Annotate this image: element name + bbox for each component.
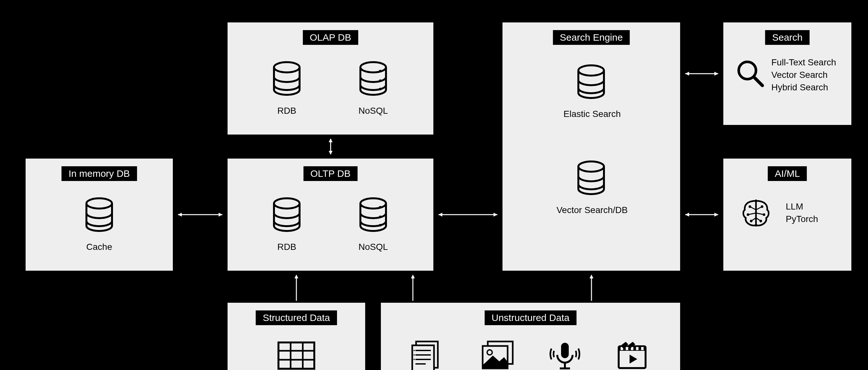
label-olap-nosql: NoSQL	[349, 106, 397, 116]
panel-search-engine: Search Engine Elastic Search Vector Sear…	[502, 22, 680, 271]
title-inmem: In memory DB	[61, 166, 137, 181]
image-icon	[480, 340, 515, 370]
connector-olap-oltp	[326, 135, 335, 159]
svg-point-9	[379, 224, 381, 226]
panel-inmem: In memory DB Cache	[26, 159, 173, 271]
svg-point-5	[274, 198, 300, 208]
svg-point-32	[413, 350, 415, 351]
svg-rect-27	[412, 345, 434, 370]
svg-point-34	[413, 359, 415, 360]
connector-structured-oltp	[291, 271, 301, 303]
svg-rect-38	[561, 343, 569, 358]
label-pytorch: PyTorch	[786, 213, 818, 225]
database-icon	[577, 64, 606, 99]
audio-icon	[549, 340, 581, 370]
svg-rect-21	[278, 342, 314, 369]
document-icon	[410, 340, 440, 370]
svg-point-7	[379, 206, 381, 208]
label-oltp-nosql: NoSQL	[349, 242, 397, 252]
panel-aiml: AI/ML LLM PyTorch	[723, 159, 851, 271]
panel-olap: OLAP DB RDB NoSQL	[227, 22, 433, 135]
svg-point-0	[274, 62, 300, 73]
svg-point-8	[379, 216, 381, 218]
svg-point-11	[578, 65, 604, 76]
svg-point-4	[379, 88, 381, 90]
label-vector: Vector Search	[771, 68, 836, 81]
diagram-canvas: OLAP DB RDB NoSQL OLTP DB	[0, 0, 868, 370]
connector-oltp-search	[433, 210, 502, 220]
connector-unstructured-oltp	[408, 271, 418, 303]
title-aiml: AI/ML	[768, 166, 807, 181]
database-icon	[272, 61, 301, 96]
title-structured: Structured Data	[256, 310, 337, 325]
svg-rect-46	[636, 347, 639, 350]
panel-search: Search Full-Text Search Vector Search Hy…	[723, 22, 851, 125]
database-icon	[577, 160, 606, 195]
table-icon	[277, 341, 316, 370]
database-icon	[359, 197, 388, 232]
title-unstructured: Unstructured Data	[485, 310, 577, 325]
database-icon	[272, 197, 301, 232]
connector-unstructured-search	[587, 271, 596, 303]
title-search-engine: Search Engine	[553, 30, 630, 45]
label-olap-rdb: RDB	[263, 106, 311, 116]
svg-rect-44	[626, 347, 628, 350]
label-elastic-search: Elastic Search	[551, 109, 634, 119]
title-olap: OLAP DB	[303, 30, 359, 45]
connector-engine-aiml	[680, 210, 723, 220]
svg-point-6	[361, 198, 386, 208]
svg-rect-47	[641, 347, 644, 350]
label-hybrid: Hybrid Search	[771, 81, 836, 93]
label-oltp-rdb: RDB	[263, 242, 311, 252]
svg-point-3	[379, 80, 381, 82]
label-vector-search: Vector Search/DB	[541, 205, 643, 215]
panel-oltp: OLTP DB RDB NoSQL	[227, 159, 433, 271]
label-fulltext: Full-Text Search	[771, 56, 836, 68]
svg-point-2	[379, 70, 381, 73]
panel-structured: Structured Data Table	[227, 303, 365, 370]
brain-icon	[741, 197, 771, 229]
panel-unstructured: Unstructured Data Document Image	[381, 303, 680, 370]
label-llm: LLM	[786, 200, 818, 213]
title-search: Search	[765, 30, 809, 45]
search-icon	[736, 59, 765, 88]
database-icon	[359, 61, 388, 96]
database-icon	[85, 197, 114, 232]
label-inmem-cache: Cache	[75, 242, 123, 252]
svg-point-10	[86, 198, 112, 208]
video-icon	[616, 341, 648, 370]
connector-inmem-oltp	[173, 210, 227, 220]
connector-engine-search	[680, 69, 723, 79]
svg-point-33	[413, 354, 415, 355]
svg-point-1	[361, 62, 386, 73]
title-oltp: OLTP DB	[303, 166, 358, 181]
svg-point-12	[578, 162, 604, 172]
svg-line-14	[754, 77, 763, 86]
